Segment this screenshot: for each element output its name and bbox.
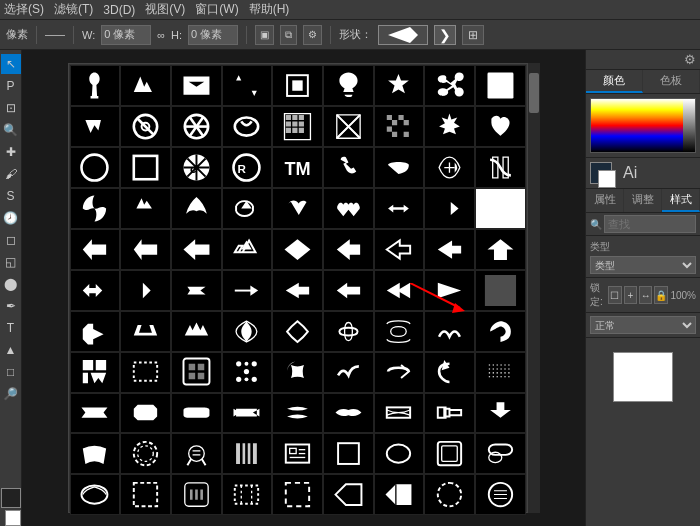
shape-cell[interactable] <box>475 352 526 393</box>
shape-cell[interactable] <box>323 433 374 474</box>
shape-cell[interactable] <box>222 311 273 352</box>
shape-cell[interactable] <box>424 65 475 106</box>
shape-cell[interactable] <box>424 106 475 147</box>
width-input[interactable] <box>101 25 151 45</box>
shape-preview[interactable] <box>378 25 428 45</box>
shape-cell[interactable] <box>323 311 374 352</box>
tool-heal[interactable]: ✚ <box>1 142 21 162</box>
shape-cell[interactable] <box>171 106 222 147</box>
shape-cell[interactable] <box>374 147 425 188</box>
tool-pen[interactable]: ✒ <box>1 296 21 316</box>
shape-cell[interactable] <box>323 106 374 147</box>
shape-cell[interactable] <box>424 393 475 434</box>
shape-cell[interactable] <box>323 147 374 188</box>
shape-cell[interactable] <box>70 311 121 352</box>
type-dropdown[interactable]: 类型 <box>590 256 696 274</box>
shape-cell[interactable] <box>323 474 374 515</box>
tool-zoom[interactable]: 🔎 <box>1 384 21 404</box>
shape-cell[interactable] <box>222 65 273 106</box>
tool-shape[interactable]: □ <box>1 362 21 382</box>
shape-cell[interactable] <box>323 352 374 393</box>
shape-cell[interactable] <box>475 393 526 434</box>
shape-cell[interactable] <box>374 188 425 229</box>
shape-cell[interactable] <box>171 474 222 515</box>
shape-cell[interactable] <box>424 433 475 474</box>
next-shape-btn[interactable]: ❯ <box>434 25 456 45</box>
toolbar-icon-3[interactable]: ⚙ <box>303 25 322 45</box>
tab-swatch[interactable]: 色板 <box>643 70 700 93</box>
shape-cell[interactable] <box>120 474 171 515</box>
shape-cell[interactable] <box>120 188 171 229</box>
shape-cell[interactable] <box>374 106 425 147</box>
shape-cell[interactable] <box>70 65 121 106</box>
menu-view[interactable]: 视图(V) <box>145 1 185 18</box>
shape-cell[interactable] <box>475 188 526 229</box>
shape-cell[interactable] <box>272 229 323 270</box>
shape-cell[interactable] <box>374 65 425 106</box>
shape-cell[interactable] <box>475 229 526 270</box>
shape-cell[interactable] <box>424 229 475 270</box>
shape-cell[interactable] <box>120 352 171 393</box>
shapes-scrollbar[interactable] <box>528 63 540 513</box>
grid-view-btn[interactable]: ⊞ <box>462 25 484 45</box>
tab-color[interactable]: 颜色 <box>586 70 643 93</box>
shape-cell[interactable]: R <box>222 147 273 188</box>
shape-cell[interactable] <box>120 270 171 311</box>
menu-select[interactable]: 选择(S) <box>4 1 44 18</box>
shape-cell[interactable] <box>424 188 475 229</box>
shape-cell[interactable] <box>70 474 121 515</box>
shape-cell[interactable] <box>70 433 121 474</box>
shape-cell[interactable] <box>171 311 222 352</box>
tool-selection[interactable]: ↖ <box>1 54 21 74</box>
shape-cell[interactable] <box>222 474 273 515</box>
shape-cell[interactable] <box>120 433 171 474</box>
shape-cell[interactable] <box>171 188 222 229</box>
line-selector[interactable]: —— <box>45 29 65 40</box>
shape-cell[interactable] <box>70 352 121 393</box>
tool-text[interactable]: T <box>1 318 21 338</box>
shape-cell[interactable] <box>323 393 374 434</box>
shape-cell[interactable] <box>475 106 526 147</box>
foreground-swatch[interactable] <box>590 162 612 184</box>
shapes-panel[interactable]: c R TM <box>68 63 528 513</box>
scrollbar-thumb[interactable] <box>529 73 539 113</box>
shape-cell[interactable] <box>475 474 526 515</box>
shape-cell[interactable] <box>272 65 323 106</box>
color-gradient[interactable] <box>590 98 696 153</box>
shape-cell[interactable] <box>374 474 425 515</box>
shape-cell[interactable] <box>272 352 323 393</box>
tab-properties[interactable]: 属性 <box>586 189 624 212</box>
shape-cell[interactable] <box>171 352 222 393</box>
shape-cell[interactable] <box>222 188 273 229</box>
gear-button[interactable]: ⚙ <box>684 52 696 67</box>
shape-cell[interactable] <box>70 229 121 270</box>
shape-cell[interactable] <box>171 270 222 311</box>
shape-cell[interactable] <box>70 106 121 147</box>
shape-cell[interactable] <box>475 311 526 352</box>
foreground-color-btn[interactable] <box>1 488 21 508</box>
toolbar-icon-1[interactable]: ▣ <box>255 25 274 45</box>
shape-cell[interactable] <box>323 270 374 311</box>
search-input[interactable] <box>604 215 696 233</box>
lock-move-btn[interactable]: ↔ <box>639 286 652 304</box>
shape-cell[interactable] <box>222 433 273 474</box>
tool-history[interactable]: 🕗 <box>1 208 21 228</box>
height-input[interactable] <box>188 25 238 45</box>
shape-cell[interactable] <box>70 188 121 229</box>
shape-cell[interactable] <box>171 393 222 434</box>
shape-cell[interactable] <box>120 393 171 434</box>
shape-cell[interactable] <box>323 229 374 270</box>
tool-path[interactable]: ▲ <box>1 340 21 360</box>
shape-cell[interactable] <box>424 311 475 352</box>
shape-cell[interactable] <box>272 106 323 147</box>
shape-cell[interactable] <box>374 433 425 474</box>
shape-cell[interactable] <box>222 393 273 434</box>
menu-window[interactable]: 窗口(W) <box>195 1 238 18</box>
shape-cell[interactable] <box>424 270 475 311</box>
shape-cell[interactable] <box>374 270 425 311</box>
shape-cell[interactable] <box>374 393 425 434</box>
shape-cell[interactable] <box>171 65 222 106</box>
blend-mode-dropdown[interactable]: 正常 <box>590 316 696 334</box>
shape-cell[interactable] <box>222 106 273 147</box>
shape-cell[interactable] <box>424 474 475 515</box>
